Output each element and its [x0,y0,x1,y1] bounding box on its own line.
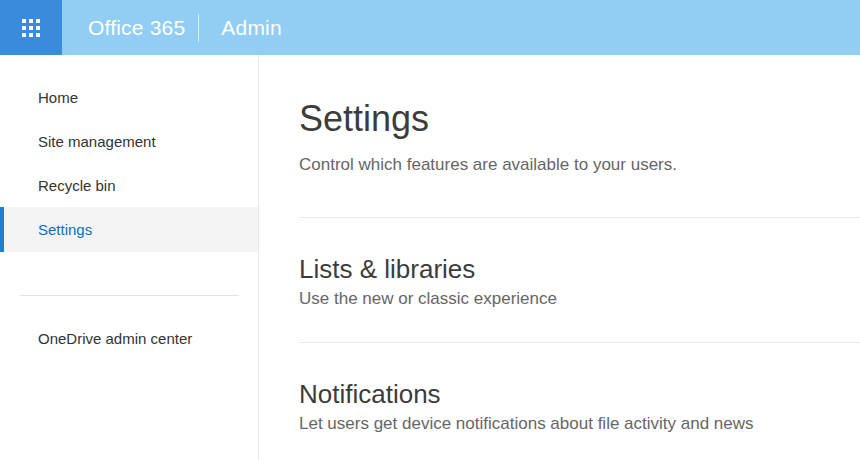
brand-title[interactable]: Office 365 [88,16,185,40]
settings-section-notifications: Notifications Let users get device notif… [299,378,860,436]
header-section-title: Admin [221,16,282,40]
main-content: Settings Control which features are avai… [259,55,860,460]
content-divider [299,342,860,343]
suite-bar: Office 365 Admin [0,0,860,55]
sidebar-divider [20,295,239,296]
sidebar-item-home[interactable]: Home [0,75,258,119]
settings-section-lists-libraries: Lists & libraries Use the new or classic… [299,253,860,311]
section-heading-notifications: Notifications [299,378,860,410]
section-description-lists-libraries: Use the new or classic experience [299,287,860,311]
sidebar-item-onedrive-admin-center[interactable]: OneDrive admin center [0,316,258,360]
sidebar-item-settings[interactable]: Settings [0,207,258,252]
sidebar: Home Site management Recycle bin Setting… [0,55,259,460]
page-title: Settings [299,97,860,141]
waffle-icon [22,19,40,37]
header-divider [198,14,199,42]
page-subtitle: Control which features are available to … [299,153,860,177]
sidebar-item-site-management[interactable]: Site management [0,119,258,163]
app-launcher-button[interactable] [0,0,62,55]
section-description-notifications: Let users get device notifications about… [299,412,860,436]
sidebar-item-recycle-bin[interactable]: Recycle bin [0,163,258,207]
section-heading-lists-libraries: Lists & libraries [299,253,860,285]
content-divider [299,217,860,218]
app-frame: Home Site management Recycle bin Setting… [0,55,860,460]
office365-admin-app: Office 365 Admin Home Site management Re… [0,0,860,460]
